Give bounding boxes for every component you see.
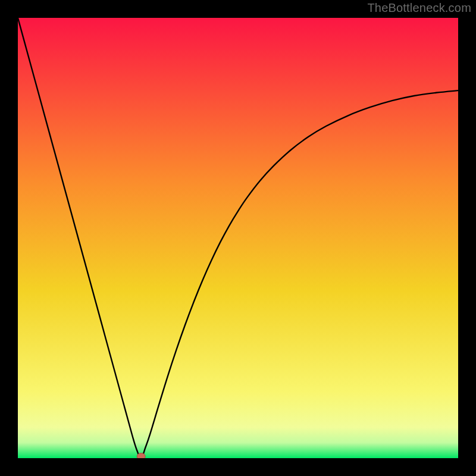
minimum-marker [137,453,145,459]
watermark-text: TheBottleneck.com [367,1,471,15]
gradient-background [18,18,458,458]
chart-svg [18,18,458,458]
chart-frame: TheBottleneck.com [0,0,476,476]
plot-area [18,18,458,458]
